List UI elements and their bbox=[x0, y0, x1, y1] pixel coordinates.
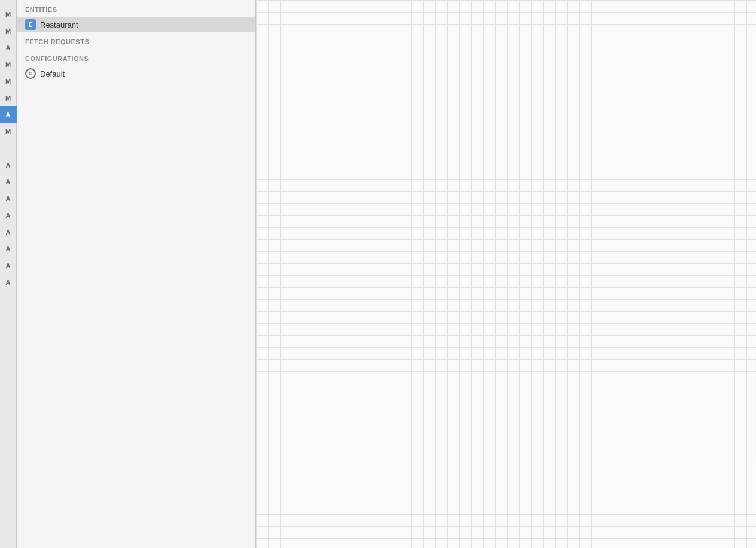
sidebar-letter-10[interactable]: A bbox=[0, 173, 17, 190]
sidebar-letter-3[interactable]: A bbox=[0, 39, 17, 56]
default-label: Default bbox=[40, 69, 65, 78]
sidebar-letter-5[interactable]: M bbox=[0, 73, 17, 90]
default-config-item[interactable]: C Default bbox=[17, 66, 255, 81]
grid-background bbox=[256, 0, 756, 548]
sidebar-letter-9[interactable]: A bbox=[0, 157, 17, 173]
sidebar-letter-6[interactable]: M bbox=[0, 90, 17, 106]
canvas-area: Restaurant ▼ Attributes image isVisited … bbox=[256, 0, 756, 548]
entity-icon: E bbox=[25, 19, 36, 30]
entities-section-header: ENTITIES bbox=[17, 0, 255, 17]
sidebar-letter-16[interactable]: A bbox=[0, 274, 17, 291]
fetch-requests-section-header: FETCH REQUESTS bbox=[17, 32, 255, 49]
sidebar-letter-15[interactable]: A bbox=[0, 257, 17, 274]
sidebar-letter-11[interactable]: A bbox=[0, 190, 17, 207]
sidebar-letter-13[interactable]: A bbox=[0, 224, 17, 240]
sidebar-letter-4[interactable]: M bbox=[0, 56, 17, 73]
navigator-panel: ENTITIES E Restaurant FETCH REQUESTS CON… bbox=[17, 0, 256, 548]
sidebar-letter-2[interactable]: M bbox=[0, 23, 17, 39]
sidebar-letter-1[interactable]: M bbox=[0, 6, 17, 23]
config-icon: C bbox=[25, 68, 36, 79]
sidebar-letter-spacer bbox=[0, 140, 17, 157]
restaurant-label: Restaurant bbox=[40, 20, 78, 29]
left-sidebar: M M A M M M A M A A A A A A A A bbox=[0, 0, 17, 548]
configurations-section-header: CONFIGURATIONS bbox=[17, 49, 255, 66]
restaurant-entity-item[interactable]: E Restaurant bbox=[17, 17, 255, 32]
sidebar-letter-7[interactable]: A bbox=[0, 106, 17, 123]
sidebar-letter-8[interactable]: M bbox=[0, 123, 17, 140]
sidebar-letter-12[interactable]: A bbox=[0, 207, 17, 224]
sidebar-letter-14[interactable]: A bbox=[0, 240, 17, 257]
